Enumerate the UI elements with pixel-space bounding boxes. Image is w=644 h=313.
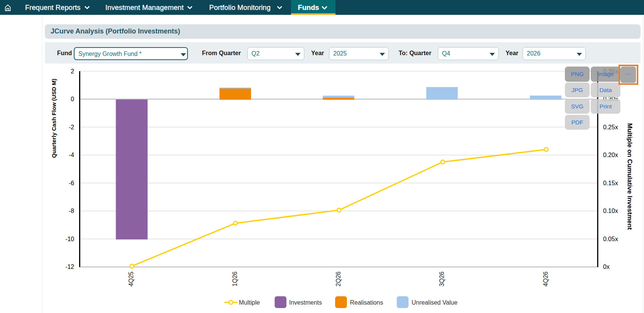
svg-text:4Q26: 4Q26 bbox=[542, 272, 549, 286]
svg-text:-4: -4 bbox=[69, 152, 74, 158]
svg-text:-2: -2 bbox=[69, 124, 74, 130]
svg-text:4Q25: 4Q25 bbox=[128, 272, 134, 286]
svg-text:-8: -8 bbox=[69, 208, 74, 214]
svg-text:1Q26: 1Q26 bbox=[232, 272, 238, 286]
svg-text:0.15x: 0.15x bbox=[603, 180, 618, 186]
svg-text:Realisations: Realisations bbox=[350, 299, 383, 306]
svg-text:Multiple on Cumulative Investm: Multiple on Cumulative Investment bbox=[626, 123, 633, 230]
svg-text:2: 2 bbox=[71, 68, 74, 75]
svg-text:0.20x: 0.20x bbox=[603, 152, 618, 158]
svg-text:Multiple: Multiple bbox=[239, 299, 260, 306]
svg-text:0x: 0x bbox=[603, 264, 610, 270]
svg-text:-10: -10 bbox=[65, 236, 74, 242]
svg-text:0.25x: 0.25x bbox=[603, 124, 618, 130]
svg-text:3Q26: 3Q26 bbox=[439, 272, 445, 286]
svg-text:Unrealised Value: Unrealised Value bbox=[412, 299, 458, 306]
svg-text:-12: -12 bbox=[65, 264, 74, 270]
svg-text:2Q26: 2Q26 bbox=[335, 272, 342, 286]
svg-text:0: 0 bbox=[71, 96, 74, 102]
svg-text:-6: -6 bbox=[69, 180, 74, 186]
svg-text:Investments: Investments bbox=[289, 299, 322, 306]
svg-text:Quarterly Cash Flow (USD M): Quarterly Cash Flow (USD M) bbox=[51, 79, 57, 158]
svg-text:0.05x: 0.05x bbox=[603, 236, 618, 242]
svg-text:0.10x: 0.10x bbox=[603, 208, 618, 214]
